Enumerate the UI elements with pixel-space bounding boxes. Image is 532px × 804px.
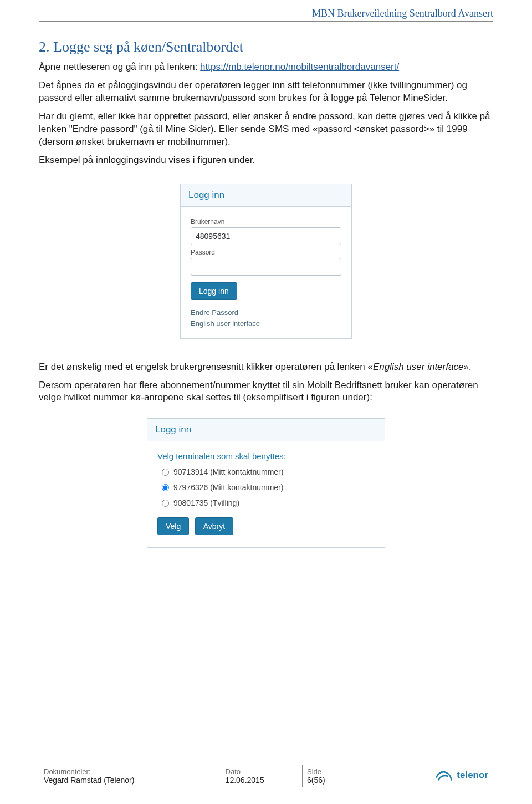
terminal-radio-0[interactable]	[162, 469, 169, 476]
paragraph-6: Dersom operatøren har flere abonnement/n…	[39, 379, 493, 405]
english-interface-link[interactable]: English user interface	[191, 319, 341, 328]
terminal-radio-2[interactable]	[162, 500, 169, 507]
login-panel-links: Endre Passord English user interface	[181, 302, 351, 328]
terminal-panel: Logg inn Velg terminalen som skal benytt…	[147, 418, 385, 548]
page-content: 2. Logge seg på køen/Sentralbordet Åpne …	[39, 0, 493, 548]
section-heading: 2. Logge seg på køen/Sentralbordet	[39, 39, 493, 55]
login-panel-body: Brukernavn Passord Logg inn	[181, 207, 351, 302]
terminal-option-label-0: 90713914 (Mitt kontaktnummer)	[173, 467, 283, 476]
login-panel: Logg inn Brukernavn Passord Logg inn End…	[180, 184, 352, 339]
terminal-option-0[interactable]: 90713914 (Mitt kontaktnummer)	[162, 467, 375, 476]
owner-value: Vegard Ramstad (Telenor)	[44, 776, 216, 785]
login-url-link[interactable]: https://mb.telenor.no/mobiltsentralborda…	[200, 62, 399, 72]
password-label: Passord	[191, 248, 341, 256]
login-button[interactable]: Logg inn	[191, 282, 237, 300]
intro-paragraph: Åpne nettleseren og gå inn på lenken: ht…	[39, 61, 493, 74]
login-panel-title: Logg inn	[181, 184, 351, 207]
terminal-button-row: Velg Avbryt	[157, 514, 375, 535]
p5-pre: Er det ønskelig med et engelsk brukergre…	[39, 362, 373, 372]
page-footer: Dokumenteier: Vegard Ramstad (Telenor) D…	[39, 765, 493, 787]
footer-table: Dokumenteier: Vegard Ramstad (Telenor) D…	[39, 765, 493, 787]
terminal-option-label-2: 90801735 (Tvilling)	[173, 498, 239, 507]
username-input[interactable]	[191, 227, 341, 245]
owner-label: Dokumenteier:	[44, 767, 216, 776]
paragraph-5: Er det ønskelig med et engelsk brukergre…	[39, 361, 493, 374]
telenor-logo: telenor	[434, 767, 488, 783]
header-rule	[39, 21, 493, 22]
paragraph-2: Det åpnes da et påloggingsvindu der oper…	[39, 79, 493, 105]
p5-post: ».	[463, 362, 471, 372]
terminal-option-2[interactable]: 90801735 (Tvilling)	[162, 498, 375, 507]
paragraph-4: Eksempel på innloggingsvindu vises i fig…	[39, 154, 493, 167]
date-value: 12.06.2015	[226, 776, 298, 785]
terminal-option-label-1: 97976326 (Mitt kontaktnummer)	[173, 483, 283, 492]
telenor-logo-text: telenor	[457, 770, 488, 781]
cancel-button[interactable]: Avbryt	[195, 517, 233, 535]
terminal-radio-1[interactable]	[162, 484, 169, 491]
password-input[interactable]	[191, 258, 341, 276]
change-password-link[interactable]: Endre Passord	[191, 308, 341, 317]
intro-text: Åpne nettleseren og gå inn på lenken:	[39, 62, 200, 72]
document-header: MBN Brukerveiledning Sentralbord Avanser…	[312, 8, 493, 19]
select-button[interactable]: Velg	[157, 517, 189, 535]
telenor-icon	[434, 767, 453, 783]
page-label: Side	[307, 767, 361, 776]
terminal-panel-title: Logg inn	[147, 419, 385, 441]
paragraph-3: Har du glemt, eller ikke har opprettet p…	[39, 110, 493, 149]
terminal-prompt: Velg terminalen som skal benyttes:	[157, 451, 375, 461]
terminal-option-1[interactable]: 97976326 (Mitt kontaktnummer)	[162, 483, 375, 492]
terminal-panel-body: Velg terminalen som skal benyttes: 90713…	[147, 441, 385, 537]
p5-emph: English user interface	[373, 362, 463, 372]
date-label: Dato	[226, 767, 298, 776]
page-value: 6(56)	[307, 776, 361, 785]
username-label: Brukernavn	[191, 218, 341, 226]
